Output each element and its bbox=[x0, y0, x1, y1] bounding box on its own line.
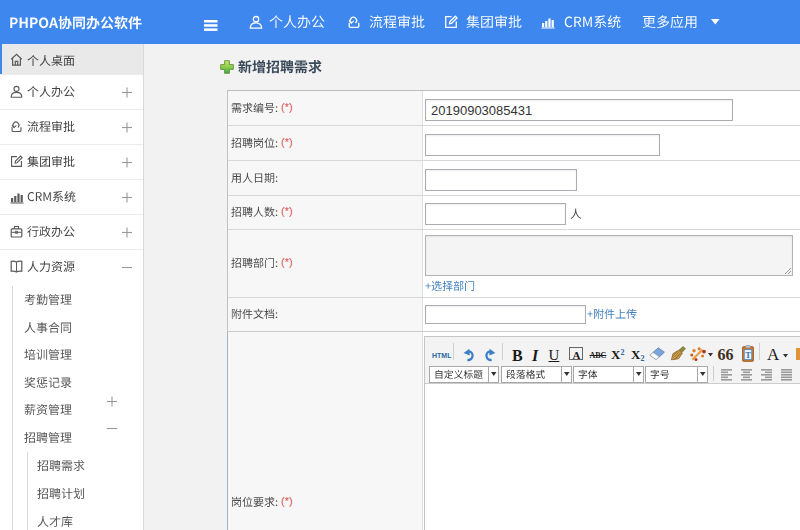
svg-text:T: T bbox=[745, 350, 751, 360]
